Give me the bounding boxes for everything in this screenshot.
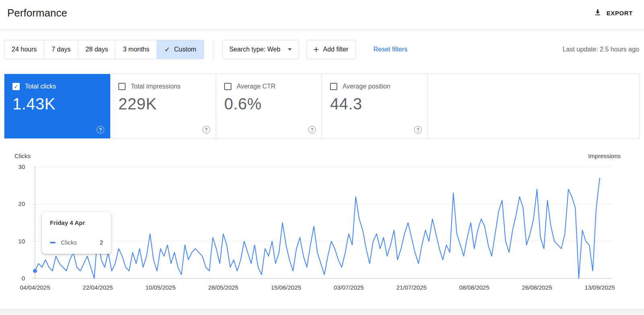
- metric-value: 1.43K: [12, 95, 110, 113]
- svg-text:26/08/2025: 26/08/2025: [522, 284, 552, 291]
- range-24-hours[interactable]: 24 hours: [4, 40, 44, 59]
- svg-text:10/05/2025: 10/05/2025: [145, 284, 175, 291]
- range-7-days[interactable]: 7 days: [44, 40, 78, 59]
- svg-text:30: 30: [18, 163, 25, 170]
- svg-text:28/05/2025: 28/05/2025: [208, 284, 238, 291]
- svg-text:22/04/2025: 22/04/2025: [83, 284, 113, 291]
- help-icon[interactable]: ?: [414, 126, 422, 134]
- metric-value: 0.6%: [224, 95, 322, 113]
- tooltip-series-label: Clicks: [61, 239, 77, 246]
- range-label: 28 days: [85, 46, 108, 53]
- help-icon[interactable]: ?: [308, 126, 316, 134]
- search-type-dropdown[interactable]: Search type: Web: [222, 40, 299, 59]
- range-label: 24 hours: [12, 46, 37, 53]
- check-icon: ✓: [164, 45, 170, 54]
- left-axis-title: Clicks: [14, 152, 31, 159]
- card-average-position[interactable]: Average position 44.3 ?: [322, 74, 428, 138]
- tooltip-value: 2: [100, 239, 103, 246]
- checkbox-unchecked-icon[interactable]: [118, 83, 126, 90]
- svg-text:0: 0: [22, 275, 25, 282]
- svg-text:21/07/2025: 21/07/2025: [396, 284, 427, 291]
- metric-value: 44.3: [330, 95, 427, 113]
- svg-text:10: 10: [18, 238, 25, 245]
- range-label: Custom: [174, 46, 196, 53]
- card-average-ctr[interactable]: Average CTR 0.6% ?: [216, 74, 322, 138]
- checkbox-unchecked-icon[interactable]: [330, 83, 337, 90]
- range-3-months[interactable]: 3 months: [115, 40, 157, 59]
- export-label: EXPORT: [607, 10, 633, 16]
- export-button[interactable]: EXPORT: [594, 8, 633, 18]
- last-update-text: Last update: 2.5 hours ago: [563, 46, 639, 53]
- bottom-divider: [0, 309, 644, 315]
- page-header: Performance EXPORT: [0, 0, 644, 30]
- date-range-group: 24 hours 7 days 28 days 3 months ✓ Custo…: [4, 40, 204, 59]
- chart-tooltip: Friday 4 Apr Clicks 2: [42, 212, 111, 254]
- svg-text:13/09/2025: 13/09/2025: [584, 284, 615, 291]
- card-total-clicks[interactable]: ✓ Total clicks 1.43K ?: [4, 74, 110, 138]
- add-filter-button[interactable]: + Add filter: [306, 40, 356, 59]
- help-icon[interactable]: ?: [97, 126, 104, 134]
- tooltip-date: Friday 4 Apr: [50, 219, 103, 226]
- plus-icon: +: [314, 45, 319, 54]
- svg-text:04/04/2025: 04/04/2025: [20, 284, 50, 291]
- range-label: 7 days: [52, 46, 70, 53]
- checkbox-checked-icon[interactable]: ✓: [12, 83, 20, 90]
- help-icon[interactable]: ?: [202, 126, 210, 134]
- chevron-down-icon: [288, 48, 292, 51]
- range-label: 3 months: [123, 46, 149, 53]
- metric-label: Average position: [343, 83, 390, 90]
- right-axis-title: Impressions: [588, 152, 621, 159]
- range-custom-selected[interactable]: ✓ Custom: [157, 40, 204, 59]
- svg-text:08/08/2025: 08/08/2025: [459, 284, 489, 291]
- svg-text:03/07/2025: 03/07/2025: [334, 284, 364, 291]
- svg-text:15/06/2025: 15/06/2025: [271, 284, 301, 291]
- download-icon: [594, 8, 602, 18]
- reset-filters-link[interactable]: Reset filters: [374, 46, 407, 53]
- svg-text:20: 20: [18, 200, 25, 207]
- clicks-legend-mark: [50, 242, 56, 243]
- metric-label: Total clicks: [25, 83, 56, 90]
- metric-value: 229K: [118, 95, 216, 113]
- page-title: Performance: [7, 7, 67, 19]
- add-filter-label: Add filter: [323, 46, 349, 53]
- metric-label: Total impressions: [131, 83, 181, 90]
- metric-cards: ✓ Total clicks 1.43K ? Total impressions…: [4, 74, 640, 139]
- filter-bar: 24 hours 7 days 28 days 3 months ✓ Custo…: [4, 40, 639, 59]
- checkbox-unchecked-icon[interactable]: [224, 83, 231, 90]
- cards-empty-area: [428, 74, 640, 138]
- card-total-impressions[interactable]: Total impressions 229K ?: [110, 74, 216, 138]
- metric-label: Average CTR: [237, 83, 276, 90]
- range-28-days[interactable]: 28 days: [78, 40, 116, 59]
- performance-chart-section: Clicks Impressions 010203004/04/202522/0…: [0, 152, 644, 295]
- search-type-label: Search type: Web: [229, 46, 281, 53]
- vertical-divider: [213, 40, 213, 59]
